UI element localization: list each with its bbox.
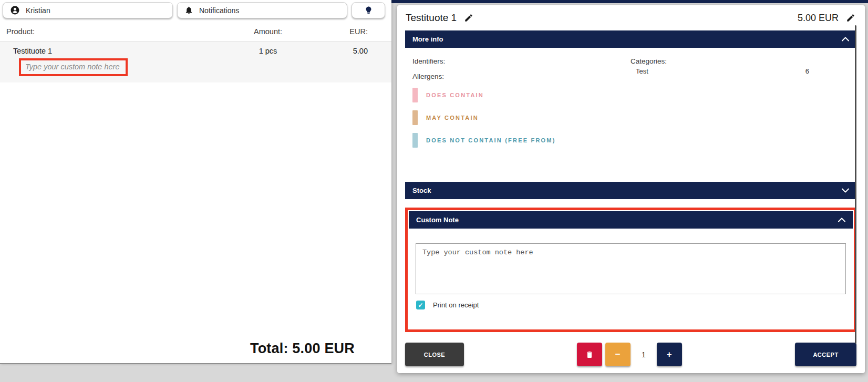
cart-panel: Kristian Notifications Product: Amount: … (0, 0, 391, 364)
edit-name-button[interactable] (464, 13, 473, 23)
notifications-label: Notifications (199, 6, 239, 15)
notifications-button[interactable]: Notifications (177, 2, 347, 18)
product-price: 5.00 EUR (798, 13, 839, 24)
modal-footer: CLOSE − 1 + ACCEPT (397, 343, 865, 366)
categories-label: Categories: (631, 57, 809, 65)
delete-button[interactable] (577, 343, 602, 366)
cart-item-name: Testituote 1 (0, 47, 226, 55)
accept-button[interactable]: ACCEPT (795, 343, 856, 366)
custom-note-body: ✓ Print on receipt (409, 229, 853, 328)
quantity-value: 1 (631, 350, 657, 359)
pencil-icon (464, 13, 473, 23)
allergen-color-bar (412, 88, 418, 102)
modal-title-row: Testituote 1 5.00 EUR (397, 5, 865, 30)
cart-item-row[interactable]: Testituote 1 1 pcs 5.00 Type your custom… (0, 42, 391, 82)
custom-note-textarea[interactable] (416, 243, 846, 294)
category-row: Test 6 (631, 67, 809, 75)
quantity-group: − 1 + (577, 343, 682, 366)
user-name-label: Kristian (26, 6, 50, 15)
allergen-color-bar (412, 133, 418, 148)
category-count: 6 (805, 67, 809, 75)
more-info-label: More info (412, 35, 443, 43)
cart-total: Total: 5.00 EUR (250, 340, 355, 357)
allergen-may-contain: MAY CONTAIN (412, 110, 631, 125)
lightbulb-icon (364, 6, 373, 15)
accordion-more-info-header[interactable]: More info (405, 30, 856, 48)
ideas-button[interactable] (352, 2, 385, 18)
print-on-receipt-checkbox[interactable]: ✓ (416, 301, 425, 309)
allergen-does-contain: DOES CONTAIN (412, 88, 631, 102)
user-icon (10, 5, 20, 15)
header-eur: EUR: (310, 27, 368, 36)
close-button[interactable]: CLOSE (405, 343, 464, 366)
cart-item-price: 5.00 (310, 47, 368, 55)
header-amount: Amount: (226, 27, 310, 36)
edit-price-button[interactable] (846, 13, 855, 23)
allergens-label: Allergens: (412, 73, 631, 80)
cart-item-note-placeholder: Type your custom note here (25, 63, 119, 71)
chevron-up-icon (838, 218, 845, 222)
top-navy-strip (391, 0, 868, 3)
allergen-does-not-contain: DOES NOT CONTAIN (FREE FROM) (412, 133, 631, 148)
chevron-up-icon (842, 37, 849, 42)
header-product: Product: (0, 27, 226, 36)
print-on-receipt-label: Print on receipt (433, 301, 479, 309)
category-name: Test (636, 67, 648, 75)
stock-label: Stock (412, 187, 431, 194)
cart-table-header: Product: Amount: EUR: (0, 22, 391, 42)
product-title: Testituote 1 (406, 12, 457, 24)
bell-icon (184, 6, 193, 15)
identifiers-label: Identifiers: (412, 57, 631, 65)
highlight-box-custom-note: Custom Note ✓ Print on receipt (405, 208, 856, 332)
trash-icon (585, 350, 594, 359)
pencil-icon (846, 13, 855, 23)
cart-item-amount: 1 pcs (226, 47, 310, 55)
highlight-box-cart-note: Type your custom note here (19, 58, 128, 76)
topbar: Kristian Notifications (0, 0, 391, 22)
accordion-stock-header[interactable]: Stock (405, 182, 856, 199)
modal-scrollbar[interactable] (855, 25, 856, 344)
allergen-label: DOES NOT CONTAIN (FREE FROM) (426, 137, 556, 143)
chevron-down-icon (842, 188, 849, 193)
custom-note-label: Custom Note (416, 216, 459, 224)
allergen-label: MAY CONTAIN (426, 115, 479, 121)
allergen-label: DOES CONTAIN (426, 92, 484, 98)
accordion-custom-note-header[interactable]: Custom Note (409, 211, 853, 229)
cart-total-bar: Total: 5.00 EUR (0, 334, 391, 363)
user-menu-button[interactable]: Kristian (3, 2, 173, 18)
allergen-color-bar (412, 110, 418, 125)
product-modal: Testituote 1 5.00 EUR More info (397, 5, 865, 373)
more-info-body: Identifiers: Allergens: DOES CONTAIN MAY… (405, 48, 856, 180)
decrease-quantity-button[interactable]: − (605, 343, 631, 366)
increase-quantity-button[interactable]: + (657, 343, 682, 366)
